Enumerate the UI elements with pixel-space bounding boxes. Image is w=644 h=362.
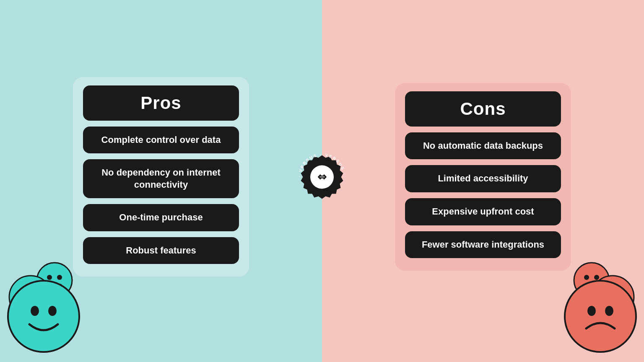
cons-card: Cons No automatic data backups Limited a… bbox=[395, 83, 571, 271]
cons-item-4: Fewer software integrations bbox=[405, 231, 561, 259]
cons-item-3: Expensive upfront cost bbox=[405, 198, 561, 225]
versus-badge: ⇔ · VERSUS · VERSUS · bbox=[294, 152, 351, 210]
pros-item-1: Complete control over data bbox=[83, 127, 239, 154]
smiley-main-left bbox=[6, 279, 81, 354]
versus-badge-svg: ⇔ · VERSUS · VERSUS · bbox=[294, 152, 351, 209]
pros-card: Pros Complete control over data No depen… bbox=[73, 77, 249, 277]
cons-item-1: No automatic data backups bbox=[405, 132, 561, 160]
cons-title: Cons bbox=[405, 91, 561, 127]
cons-section: Cons No automatic data backups Limited a… bbox=[322, 0, 644, 362]
page-wrapper: Pros Complete control over data No depen… bbox=[0, 0, 644, 362]
svg-text:⇔: ⇔ bbox=[317, 171, 327, 183]
pros-item-2: No dependency on internet connectivity bbox=[83, 159, 239, 198]
svg-point-8 bbox=[48, 306, 57, 316]
pros-section: Pros Complete control over data No depen… bbox=[0, 0, 322, 362]
svg-point-15 bbox=[565, 281, 636, 352]
svg-point-7 bbox=[31, 306, 39, 316]
svg-point-16 bbox=[587, 306, 596, 316]
svg-point-6 bbox=[8, 281, 79, 352]
pros-item-3: One-time purchase bbox=[83, 204, 239, 231]
sad-smiley-main bbox=[563, 279, 638, 354]
cons-item-2: Limited accessibility bbox=[405, 165, 561, 192]
pros-item-4: Robust features bbox=[83, 237, 239, 264]
pros-title: Pros bbox=[83, 85, 239, 121]
svg-point-17 bbox=[605, 306, 613, 316]
